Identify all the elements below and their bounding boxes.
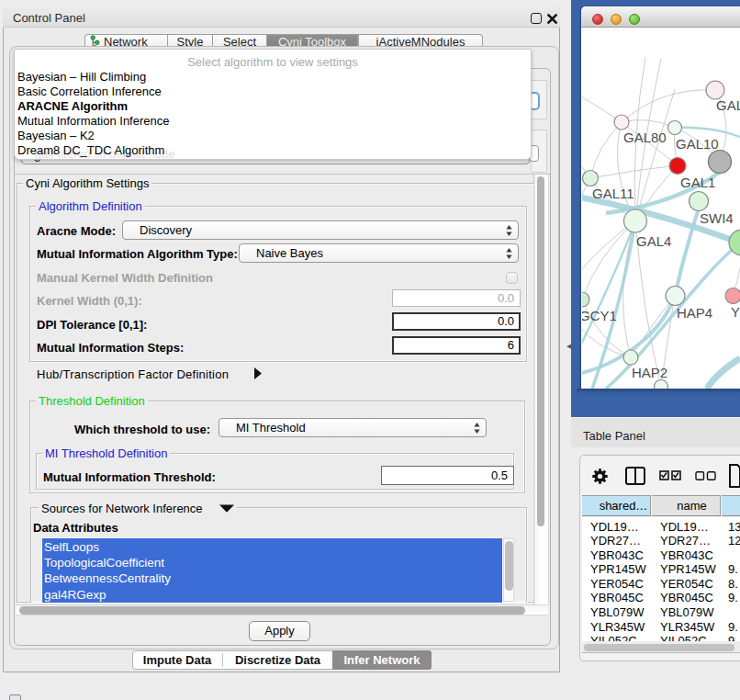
svg-text:GAL: GAL <box>716 97 740 113</box>
svg-text:HAP2: HAP2 <box>632 365 667 380</box>
svg-text:SWI4: SWI4 <box>700 210 734 226</box>
svg-text:Y: Y <box>731 304 740 320</box>
svg-text:GAL10: GAL10 <box>676 136 719 152</box>
svg-text:HAP4: HAP4 <box>677 305 712 321</box>
svg-text:GAL80: GAL80 <box>623 130 667 145</box>
svg-text:GAL4: GAL4 <box>636 233 671 249</box>
svg-text:GAL11: GAL11 <box>592 186 634 201</box>
svg-text:GCY1: GCY1 <box>582 308 617 323</box>
svg-text:GAL1: GAL1 <box>680 175 715 190</box>
